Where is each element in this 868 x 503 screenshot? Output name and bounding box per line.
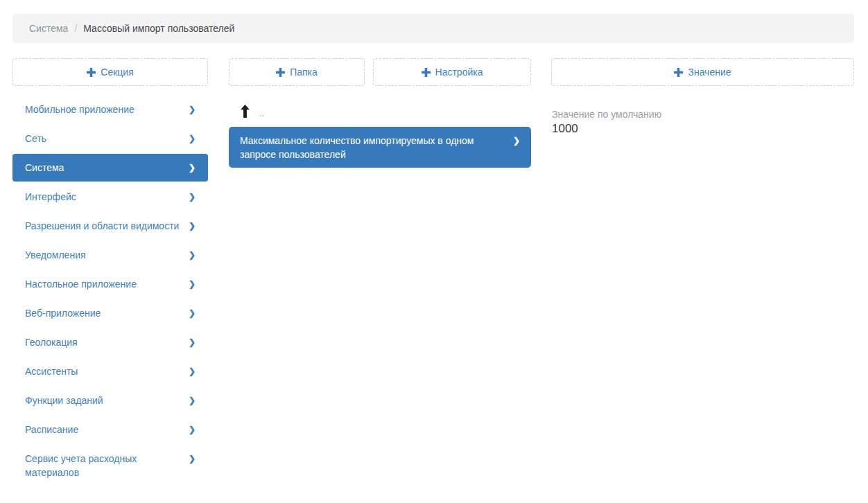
sidebar-item-notifications[interactable]: Уведомления ❯ xyxy=(12,241,208,269)
sidebar-item-label: Сеть xyxy=(25,132,46,145)
breadcrumb-current: Массовый импорт пользователей xyxy=(83,23,234,34)
sidebar-item-label: Расписание xyxy=(25,423,78,436)
chevron-right-icon: ❯ xyxy=(189,190,196,204)
breadcrumb-parent[interactable]: Система xyxy=(29,23,68,34)
default-value-label: Значение по умолчанию xyxy=(552,108,854,121)
sidebar-item-assistants[interactable]: Ассистенты ❯ xyxy=(12,358,208,385)
sidebar-item-job-functions[interactable]: Функции заданий ❯ xyxy=(12,387,208,414)
add-value-button[interactable]: Значение xyxy=(551,58,854,86)
sidebar-item-interface[interactable]: Интерфейс ❯ xyxy=(12,183,208,211)
sidebar-item-mobile-app[interactable]: Мобильное приложение ❯ xyxy=(12,96,208,123)
breadcrumb: Система / Массовый импорт пользователей xyxy=(12,14,854,43)
setting-item-max-import-users[interactable]: Максимальное количество импортируемых в … xyxy=(229,127,531,168)
sidebar-item-label: Сервис учета расходных материалов xyxy=(25,452,182,479)
breadcrumb-separator: / xyxy=(74,23,77,34)
chevron-right-icon: ❯ xyxy=(189,452,196,466)
sidebar-item-label: Настольное приложение xyxy=(25,277,137,291)
sidebar-item-system[interactable]: Система ❯ xyxy=(12,154,208,182)
settings-page: Система / Массовый импорт пользователей … xyxy=(0,0,868,488)
sidebar-item-consumables-service[interactable]: Сервис учета расходных материалов ❯ xyxy=(12,445,208,486)
default-value-block: Значение по умолчанию 1000 xyxy=(551,108,854,136)
add-setting-button[interactable]: Настройка xyxy=(373,58,531,86)
add-folder-label: Папка xyxy=(290,67,318,78)
chevron-right-icon: ❯ xyxy=(189,161,196,175)
parent-folder-label: .. xyxy=(259,109,264,118)
plus-icon xyxy=(87,68,96,77)
chevron-right-icon: ❯ xyxy=(503,134,520,148)
sidebar-item-permissions[interactable]: Разрешения и области видимости ❯ xyxy=(12,212,208,240)
add-value-label: Значение xyxy=(688,67,731,78)
sidebar-item-web-app[interactable]: Веб-приложение ❯ xyxy=(12,299,208,327)
chevron-right-icon: ❯ xyxy=(189,394,196,407)
add-section-label: Секция xyxy=(101,67,133,78)
plus-icon xyxy=(674,68,683,77)
values-column: Значение Значение по умолчанию 1000 xyxy=(551,58,854,488)
default-value[interactable]: 1000 xyxy=(552,121,854,136)
add-section-button[interactable]: Секция xyxy=(12,58,208,86)
sidebar-item-desktop-app[interactable]: Настольное приложение ❯ xyxy=(12,270,208,298)
sidebar-item-geolocation[interactable]: Геолокация ❯ xyxy=(12,328,208,356)
chevron-right-icon: ❯ xyxy=(189,335,196,349)
chevron-right-icon: ❯ xyxy=(189,306,196,320)
chevron-right-icon: ❯ xyxy=(189,248,196,262)
navigate-up-row[interactable]: .. xyxy=(229,103,531,118)
sidebar-item-label: Геолокация xyxy=(25,335,78,349)
sidebar-item-schedule[interactable]: Расписание ❯ xyxy=(12,416,208,443)
sidebar-item-label: Уведомления xyxy=(25,248,86,262)
up-arrow-icon xyxy=(241,105,250,118)
sidebar-item-label: Разрешения и области видимости xyxy=(25,219,179,233)
settings-column: Папка Настройка .. Максимальное количест… xyxy=(229,58,531,488)
sidebar-item-network[interactable]: Сеть ❯ xyxy=(12,125,208,152)
sections-column: Секция Мобильное приложение ❯ Сеть ❯ Сис… xyxy=(12,58,208,488)
sidebar-item-label: Система xyxy=(25,161,64,175)
chevron-right-icon: ❯ xyxy=(189,277,196,291)
plus-icon xyxy=(422,68,431,77)
chevron-right-icon: ❯ xyxy=(189,132,196,145)
chevron-right-icon: ❯ xyxy=(189,103,196,116)
chevron-right-icon: ❯ xyxy=(189,364,196,378)
add-folder-button[interactable]: Папка xyxy=(229,58,365,86)
chevron-right-icon: ❯ xyxy=(189,219,196,233)
setting-item-label: Максимальное количество импортируемых в … xyxy=(240,134,503,161)
plus-icon xyxy=(276,68,285,77)
add-setting-label: Настройка xyxy=(435,67,483,78)
sidebar-item-label: Веб-приложение xyxy=(25,306,101,320)
sidebar-item-label: Ассистенты xyxy=(25,364,78,378)
sidebar-item-label: Интерфейс xyxy=(25,190,76,204)
sidebar-item-label: Функции заданий xyxy=(25,394,103,407)
sections-nav: Мобильное приложение ❯ Сеть ❯ Система ❯ … xyxy=(12,96,208,486)
sidebar-item-label: Мобильное приложение xyxy=(25,103,134,116)
chevron-right-icon: ❯ xyxy=(189,423,196,436)
